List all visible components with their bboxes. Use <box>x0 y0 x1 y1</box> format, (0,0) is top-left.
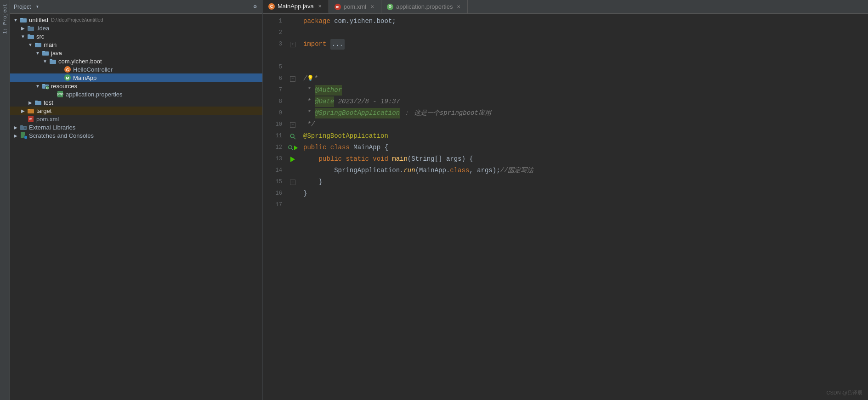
svg-text:⚙: ⚙ <box>46 86 49 90</box>
run-icon-13[interactable] <box>290 157 295 162</box>
panel-header-icons: ⚙ <box>251 3 259 11</box>
cog-icon[interactable]: ⚙ <box>251 3 259 11</box>
svg-text:C: C <box>66 68 69 72</box>
comment-fixed: //固定写法 <box>500 165 534 175</box>
kw-public-12: public <box>303 142 330 152</box>
bracket: [] <box>435 154 446 164</box>
project-vertical-tab[interactable]: 1: Project <box>0 0 10 400</box>
collapse-3[interactable]: + <box>290 42 295 47</box>
tree-item-src[interactable]: ▼ src <box>10 32 262 40</box>
tree-item-test[interactable]: ▶ test <box>10 98 262 107</box>
code-content[interactable]: package com.yichen.boot ; import ... / 💡… <box>300 14 868 400</box>
label-untitled: untitled <box>29 17 48 23</box>
gutter-16 <box>286 188 300 199</box>
method-run: run <box>403 165 415 175</box>
kw-void: void <box>373 154 392 164</box>
tab-pom[interactable]: m pom.xml ✕ <box>329 0 381 13</box>
paren-run: ( <box>415 165 419 175</box>
spring-app: SpringApplication <box>334 165 400 175</box>
gutter-7 <box>286 85 300 96</box>
tree-item-mainapp[interactable]: M MainApp <box>10 73 262 82</box>
svg-rect-11 <box>50 59 52 60</box>
tree-item-idea[interactable]: ▶ .idea <box>10 24 262 32</box>
label-pkg: com.yichen.boot <box>58 58 102 65</box>
gutter-12 <box>286 142 300 153</box>
tab-label-pom: pom.xml <box>344 3 366 10</box>
kw-class: class <box>330 142 353 152</box>
editor-area: C MainApp.java ✕ m pom.xml ✕ ⚙ applicati… <box>263 0 868 400</box>
svg-text:prop: prop <box>57 92 63 96</box>
arrow-external: ▶ <box>12 124 19 131</box>
folder-icon-pkg <box>49 57 57 65</box>
tab-mainapp[interactable]: C MainApp.java ✕ <box>263 0 329 13</box>
watermark: CSDN @吕译辰 <box>827 389 862 396</box>
folder-icon-main <box>34 41 42 48</box>
tree-item-appprops[interactable]: prop application.properties <box>10 90 262 98</box>
code-editor: 1 2 3 5 6 7 8 9 10 11 12 13 14 15 16 17 … <box>263 14 868 400</box>
tree-item-external[interactable]: ▶ External Libraries <box>10 123 262 131</box>
arrow-src: ▼ <box>19 33 27 40</box>
project-tree: ▼ untitled D:\IdeaProjects\untitled ▶ .i… <box>10 14 262 400</box>
code-line-1: package com.yichen.boot ; <box>300 16 868 27</box>
tree-item-untitled[interactable]: ▼ untitled D:\IdeaProjects\untitled <box>10 16 262 24</box>
label-pom: pom.xml <box>36 116 59 123</box>
tab-close-mainapp[interactable]: ✕ <box>317 3 323 10</box>
sym-semi-1: ; <box>392 16 396 26</box>
arrow-java: ▼ <box>34 49 41 56</box>
panel-chevron-icon[interactable]: ▾ <box>34 3 41 11</box>
svg-point-33 <box>290 134 294 138</box>
tab-label-mainapp: MainApp.java <box>278 3 314 10</box>
arrow-appprops <box>49 90 56 98</box>
collapse-6[interactable]: − <box>290 76 295 82</box>
tree-item-pom[interactable]: m pom.xml <box>10 115 262 123</box>
gutter: + − − <box>286 14 300 400</box>
path-untitled: D:\IdeaProjects\untitled <box>51 17 103 23</box>
tab-appprops[interactable]: ⚙ application.properties ✕ <box>381 0 468 13</box>
tab-label-appprops: application.properties <box>396 3 453 10</box>
code-line-5 <box>300 62 868 73</box>
kw-package: package <box>303 16 334 26</box>
collapse-10[interactable]: − <box>290 122 295 128</box>
code-line-15: } <box>300 176 868 188</box>
indent-13 <box>303 154 319 164</box>
arrow-untitled: ▼ <box>12 16 19 23</box>
search-icon-12 <box>288 145 294 151</box>
tree-item-resources[interactable]: ▼ ⚙ resources <box>10 82 262 90</box>
ln-14: 14 <box>267 165 282 176</box>
tree-item-pkg[interactable]: ▼ com.yichen.boot <box>10 57 262 65</box>
tree-item-java[interactable]: ▼ java <box>10 49 262 57</box>
collapse-15[interactable]: − <box>290 180 295 185</box>
tree-item-hello[interactable]: C HelloController <box>10 65 262 73</box>
tab-close-appprops[interactable]: ✕ <box>455 4 462 10</box>
label-target: target <box>36 107 51 114</box>
svg-rect-22 <box>35 101 41 105</box>
svg-point-32 <box>24 135 27 139</box>
tab-close-pom[interactable]: ✕ <box>369 4 375 10</box>
tab-icon-mainapp: C <box>268 3 275 10</box>
tree-item-target[interactable]: ▶ target <box>10 107 262 115</box>
ln-15: 15 <box>267 176 282 188</box>
args-ref: args <box>477 165 493 175</box>
tree-item-main[interactable]: ▼ main <box>10 40 262 49</box>
svg-rect-6 <box>35 43 41 47</box>
pom-icon: m <box>27 115 35 123</box>
svg-rect-2 <box>28 27 34 31</box>
svg-text:m: m <box>29 117 32 120</box>
paren-open: ( <box>408 154 411 164</box>
tree-item-scratches[interactable]: ▶ Scratches and Consoles <box>10 131 262 140</box>
brace-close-inner: } <box>319 177 323 187</box>
svg-rect-7 <box>35 43 38 44</box>
dot-2: . <box>446 165 450 175</box>
ln-7: 7 <box>267 85 282 96</box>
ln-1: 1 <box>267 16 282 27</box>
jd-spring-tag: @SpringBootApplication <box>315 108 400 118</box>
gutter-9 <box>286 107 300 119</box>
anno-springboot: @SpringBootApplication <box>303 131 388 141</box>
code-line-9: * @SpringBootApplication ： 这是一个springboo… <box>300 107 868 119</box>
svg-rect-8 <box>42 51 49 56</box>
svg-rect-25 <box>28 109 30 110</box>
label-src: src <box>36 33 44 40</box>
run-icon-12[interactable] <box>294 146 298 150</box>
label-resources: resources <box>51 83 77 90</box>
arrow-test: ▶ <box>27 99 34 106</box>
